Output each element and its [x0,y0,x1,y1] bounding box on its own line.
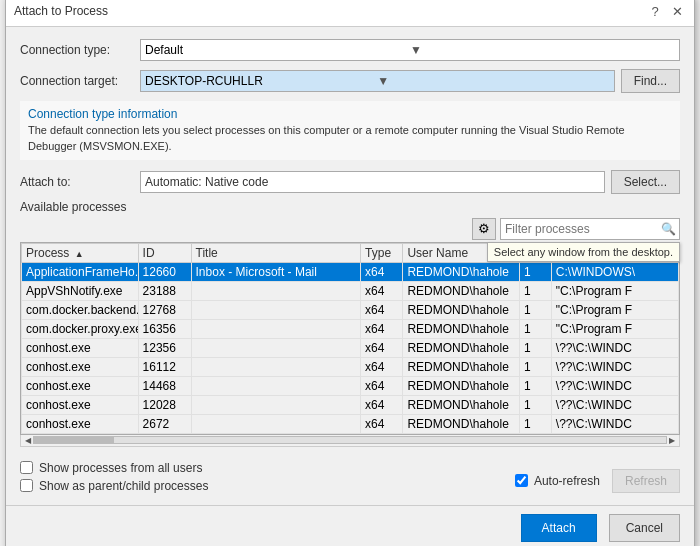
filter-icon-button[interactable]: ⚙ [472,218,496,240]
cell-2 [191,300,361,319]
show-parent-child-row[interactable]: Show as parent/child processes [20,479,208,493]
cell-3: x64 [361,414,403,433]
col-header-process[interactable]: Process ▲ [22,243,139,262]
cancel-button[interactable]: Cancel [609,514,680,542]
connection-type-label: Connection type: [20,43,140,57]
cell-3: x64 [361,319,403,338]
tooltip: Select any window from the desktop. [487,242,680,262]
cell-1: 16356 [138,319,191,338]
dialog-content: Connection type: Default ▼ Connection ta… [6,27,694,505]
scroll-right-icon[interactable]: ▶ [667,436,677,445]
connection-type-row: Connection type: Default ▼ [20,39,680,61]
select-button[interactable]: Select... [611,170,680,194]
available-processes-label: Available processes [20,200,680,214]
cell-6: C:\WINDOWS\ [551,262,678,281]
cell-1: 23188 [138,281,191,300]
search-icon: 🔍 [661,222,676,236]
info-section: Connection type information The default … [20,101,680,160]
cell-5: 1 [520,357,552,376]
process-table-body[interactable]: ApplicationFrameHo...12660Inbox - Micros… [22,262,679,433]
connection-type-dropdown[interactable]: Default ▼ [140,39,680,61]
cell-1: 12768 [138,300,191,319]
title-bar-left: Attach to Process [14,4,108,18]
table-row[interactable]: com.docker.backend...12768x64REDMOND\hah… [22,300,679,319]
auto-refresh-row: Auto-refresh Refresh [515,469,680,493]
show-parent-child-checkbox[interactable] [20,479,33,492]
cell-3: x64 [361,357,403,376]
cell-4: REDMOND\hahole [403,395,520,414]
cell-0: ApplicationFrameHo... [22,262,139,281]
cell-5: 1 [520,281,552,300]
cell-4: REDMOND\hahole [403,376,520,395]
cell-3: x64 [361,262,403,281]
table-row[interactable]: conhost.exe14468x64REDMOND\hahole1\??\C:… [22,376,679,395]
attach-to-input[interactable] [140,171,605,193]
table-row[interactable]: com.docker.proxy.exe16356x64REDMOND\haho… [22,319,679,338]
scrollbar-thumb[interactable] [34,437,114,443]
show-all-users-row[interactable]: Show processes from all users [20,461,208,475]
show-all-users-checkbox[interactable] [20,461,33,474]
show-parent-child-label: Show as parent/child processes [39,479,208,493]
connection-type-value: Default [145,43,410,57]
scrollbar-track[interactable] [33,436,667,444]
cell-4: REDMOND\hahole [403,281,520,300]
attach-to-process-dialog: Attach to Process ? ✕ Connection type: D… [5,0,695,546]
cell-3: x64 [361,395,403,414]
cell-5: 1 [520,414,552,433]
attach-button[interactable]: Attach [521,514,597,542]
table-row[interactable]: conhost.exe12028x64REDMOND\hahole1\??\C:… [22,395,679,414]
process-table-container[interactable]: Process ▲ ID Title Type User Name S... P… [20,242,680,435]
col-header-id[interactable]: ID [138,243,191,262]
connection-target-value: DESKTOP-RCUHLLR [145,74,377,88]
filter-row: ⚙ 🔍 Select any window from the desktop. [20,218,680,240]
table-row[interactable]: conhost.exe2672x64REDMOND\hahole1\??\C:\… [22,414,679,433]
cell-3: x64 [361,338,403,357]
find-button[interactable]: Find... [621,69,680,93]
auto-refresh-label-row[interactable]: Auto-refresh [515,474,600,488]
cell-0: conhost.exe [22,357,139,376]
cell-3: x64 [361,376,403,395]
auto-refresh-checkbox[interactable] [515,474,528,487]
horizontal-scrollbar[interactable]: ◀ ▶ [20,435,680,447]
connection-target-dropdown[interactable]: DESKTOP-RCUHLLR ▼ [140,70,615,92]
col-header-type[interactable]: Type [361,243,403,262]
filter-input[interactable] [500,218,680,240]
cell-6: \??\C:\WINDC [551,414,678,433]
process-table: Process ▲ ID Title Type User Name S... P… [21,243,679,434]
close-button[interactable]: ✕ [668,2,686,20]
cell-2 [191,395,361,414]
cell-1: 12660 [138,262,191,281]
refresh-button[interactable]: Refresh [612,469,680,493]
attach-to-label: Attach to: [20,175,140,189]
table-row[interactable]: conhost.exe16112x64REDMOND\hahole1\??\C:… [22,357,679,376]
cell-4: REDMOND\hahole [403,300,520,319]
cell-5: 1 [520,319,552,338]
title-bar: Attach to Process ? ✕ [6,0,694,27]
cell-0: conhost.exe [22,338,139,357]
cell-4: REDMOND\hahole [403,357,520,376]
cell-2 [191,414,361,433]
cell-6: \??\C:\WINDC [551,338,678,357]
cell-6: \??\C:\WINDC [551,376,678,395]
table-row[interactable]: AppVShNotify.exe23188x64REDMOND\hahole1"… [22,281,679,300]
cell-6: \??\C:\WINDC [551,395,678,414]
auto-refresh-label: Auto-refresh [534,474,600,488]
cell-0: com.docker.proxy.exe [22,319,139,338]
cell-4: REDMOND\hahole [403,414,520,433]
cell-5: 1 [520,395,552,414]
cell-5: 1 [520,338,552,357]
cell-6: "C:\Program F [551,319,678,338]
cell-0: conhost.exe [22,414,139,433]
table-row[interactable]: conhost.exe12356x64REDMOND\hahole1\??\C:… [22,338,679,357]
scroll-left-icon[interactable]: ◀ [23,436,33,445]
connection-target-row: Connection target: DESKTOP-RCUHLLR ▼ Fin… [20,69,680,93]
cell-0: conhost.exe [22,395,139,414]
col-header-title[interactable]: Title [191,243,361,262]
help-button[interactable]: ? [646,2,664,20]
cell-4: REDMOND\hahole [403,338,520,357]
cell-5: 1 [520,376,552,395]
cell-3: x64 [361,300,403,319]
attach-to-row: Attach to: Select... [20,170,680,194]
dialog-title: Attach to Process [14,4,108,18]
table-row[interactable]: ApplicationFrameHo...12660Inbox - Micros… [22,262,679,281]
